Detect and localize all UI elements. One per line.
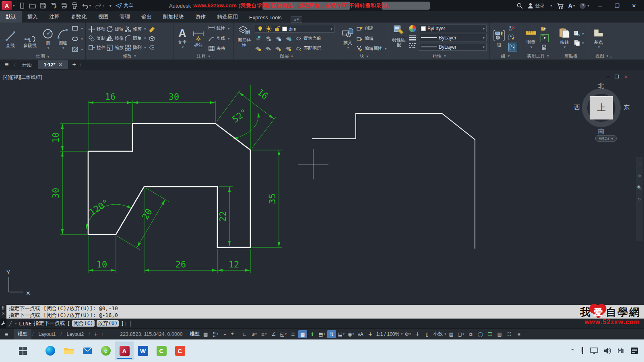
- calculator-icon[interactable]: [541, 44, 547, 51]
- wcs-selector[interactable]: WCS ▾: [595, 135, 617, 142]
- move-button[interactable]: 移动: [88, 25, 105, 33]
- insert-block-button[interactable]: 插入▾: [342, 27, 354, 50]
- ribbon-tab-output[interactable]: 输出: [136, 11, 157, 23]
- vp-minimize-icon[interactable]: ─: [607, 74, 610, 80]
- print-icon[interactable]: [71, 2, 78, 9]
- command-close-icon[interactable]: ✕: [2, 311, 5, 316]
- measure-button[interactable]: 测量▾: [524, 27, 538, 49]
- isolate-objects-toggle[interactable]: ⧉: [466, 330, 475, 338]
- vp-close-icon[interactable]: ✕: [624, 74, 628, 80]
- ribbon-tab-addins[interactable]: 附加模块: [157, 11, 190, 23]
- annotation-visibility-toggle[interactable]: 🗚: [356, 330, 365, 338]
- command-grid-icon[interactable]: ⣿: [2, 306, 4, 310]
- paste-button[interactable]: 粘贴▾: [557, 27, 571, 49]
- erase-icon[interactable]: [149, 26, 155, 33]
- fullscreen-toggle[interactable]: ⛶: [505, 330, 514, 338]
- ortho-toggle[interactable]: ∟: [240, 330, 249, 338]
- panel-label-layers[interactable]: 图层▾: [234, 53, 339, 60]
- new-drawing-tab-button[interactable]: +: [69, 61, 79, 68]
- rotate-button[interactable]: 旋转: [106, 25, 124, 33]
- copy-clip-icon[interactable]: [574, 39, 580, 46]
- group-edit-icon[interactable]: [508, 34, 515, 41]
- new-layout-button[interactable]: +: [91, 331, 101, 338]
- model-space-button[interactable]: 模型: [189, 330, 200, 338]
- app-store-cart-icon[interactable]: [557, 3, 564, 9]
- units-select[interactable]: 小数: [432, 330, 444, 338]
- lineweight-select[interactable]: ByLayer▾: [419, 34, 487, 41]
- ribbon-tab-insert[interactable]: 插入: [22, 11, 43, 23]
- viewcube-east[interactable]: 东: [623, 104, 630, 111]
- taskbar-autocad[interactable]: A: [115, 341, 134, 360]
- snap-toggle[interactable]: ⣿▾: [211, 330, 220, 338]
- edit-block-button[interactable]: 编辑: [356, 34, 387, 43]
- recent-commands-icon[interactable]: ▾: [15, 321, 17, 325]
- workspace-switching-gear[interactable]: ⚙▾: [403, 330, 412, 338]
- save-as-icon[interactable]: [50, 2, 57, 9]
- ribbon-tab-view[interactable]: 视图: [92, 11, 114, 23]
- viewcube-north[interactable]: 北: [598, 82, 604, 90]
- tab-drawing-1-12[interactable]: 1-12*✕: [38, 60, 68, 69]
- polyline-button[interactable]: 多段线: [21, 30, 39, 48]
- scale-button[interactable]: 缩放: [106, 43, 124, 52]
- layer-off-icon[interactable]: [255, 35, 262, 42]
- annotation-monitor-toggle[interactable]: ✛: [413, 330, 422, 338]
- taskbar-mail[interactable]: [78, 341, 97, 360]
- edit-attributes-button[interactable]: 编辑属性▾: [356, 44, 387, 53]
- layer-isolate-icon[interactable]: [265, 35, 272, 42]
- viewcube-west[interactable]: 西: [574, 104, 580, 111]
- ribbon-tab-annotate[interactable]: 注释: [43, 11, 65, 23]
- circle-button[interactable]: 圆▾: [42, 28, 54, 50]
- taskbar-green-app[interactable]: e: [97, 341, 115, 360]
- tray-notifications-icon[interactable]: [630, 347, 638, 354]
- orbit-icon[interactable]: ⟳: [638, 197, 641, 202]
- create-block-button[interactable]: 创建: [356, 24, 387, 33]
- taskbar-word[interactable]: W: [134, 341, 152, 360]
- panel-label-annotate[interactable]: 注释▾: [173, 53, 233, 60]
- selection-filter-toggle[interactable]: ⬓▾: [337, 330, 346, 338]
- trim-button[interactable]: 修剪▾: [124, 25, 146, 33]
- customization-menu-icon[interactable]: ≡: [514, 330, 523, 338]
- annotation-scale-button[interactable]: 1:1 / 100%: [376, 330, 400, 338]
- close-button[interactable]: ✕: [628, 3, 640, 9]
- layer-unlock2-icon[interactable]: [285, 45, 292, 52]
- dimension-button[interactable]: 标注: [191, 30, 206, 47]
- panel-label-groups[interactable]: 组▾: [490, 52, 521, 60]
- source-polyline[interactable]: [88, 123, 250, 247]
- panel-label-utilities[interactable]: 实用工具▾: [521, 52, 555, 60]
- select-all-icon[interactable]: [541, 34, 549, 42]
- panel-label-draw[interactable]: 绘图▾: [0, 53, 85, 60]
- line-button[interactable]: 直线: [2, 30, 18, 48]
- tray-expand-icon[interactable]: ⌃: [570, 348, 575, 354]
- autodesk-app-button[interactable]: A▾: [568, 2, 575, 9]
- linetype-icon[interactable]: [409, 42, 417, 49]
- vp-restore-icon[interactable]: ❐: [615, 74, 619, 80]
- set-current-layer-button[interactable]: 置为当前: [295, 34, 321, 43]
- ribbon-tab-home[interactable]: 默认: [0, 10, 22, 23]
- leader-button[interactable]: 引线▾: [208, 34, 230, 43]
- lock-ui-toggle[interactable]: ▢▾: [456, 330, 465, 338]
- customize-wrench-icon[interactable]: [1, 321, 6, 326]
- navigation-bar[interactable]: ◔ ✥ 🔍 ⟳: [636, 157, 643, 241]
- match-layer-button[interactable]: 匹配图层: [295, 44, 321, 53]
- quick-access-overflow-icon[interactable]: ▾: [109, 3, 112, 8]
- taskbar-explorer[interactable]: [60, 341, 78, 360]
- share-button[interactable]: 共享: [116, 2, 133, 9]
- panel-label-view[interactable]: 视图▾⌟: [587, 52, 619, 60]
- dynamic-ucs-toggle[interactable]: ⇅: [327, 330, 336, 338]
- pan-icon[interactable]: ✥: [638, 174, 641, 178]
- file-tabs-menu-icon[interactable]: ≡: [0, 61, 13, 68]
- taskbar-edge[interactable]: [41, 341, 60, 360]
- plot-icon[interactable]: [61, 2, 67, 9]
- rectangle-tool-button[interactable]: ▾: [72, 24, 83, 33]
- command-line[interactable]: ╱ ▾ LINE 指定下一点或 [ 闭合(C) 放弃(U) ]: www.52z…: [0, 319, 644, 328]
- gizmo-toggle[interactable]: ◉▾: [347, 330, 355, 338]
- viewcube[interactable]: 上 北 南 西 东: [578, 84, 625, 132]
- quick-select-icon[interactable]: [541, 26, 547, 33]
- infer-constraints-toggle[interactable]: ⌐: [221, 330, 229, 338]
- ribbon-tab-collaborate[interactable]: 协作: [190, 11, 211, 23]
- layer-freeze-icon[interactable]: [275, 35, 282, 42]
- cut-icon[interactable]: [574, 30, 580, 37]
- lineweight-toggle[interactable]: ≣: [289, 330, 297, 338]
- osnap-tracking-toggle[interactable]: ∠: [269, 330, 278, 338]
- array-button[interactable]: 阵列▾: [124, 43, 146, 52]
